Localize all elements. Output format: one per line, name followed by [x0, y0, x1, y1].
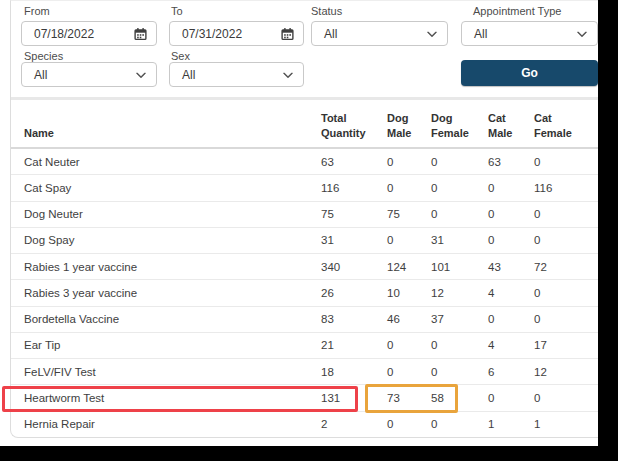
row-value-cell: 0 — [534, 287, 599, 299]
species-select[interactable]: All — [21, 62, 157, 87]
table-row: Dog Spay3103100 — [11, 228, 598, 254]
row-value-cell: 31 — [431, 234, 488, 246]
row-value-cell: 1 — [534, 418, 599, 430]
to-label: To — [171, 5, 183, 17]
status-select[interactable]: All — [311, 21, 448, 46]
appointment-type-label: Appointment Type — [473, 5, 561, 17]
chevron-down-icon — [427, 31, 437, 37]
calendar-icon[interactable] — [281, 27, 294, 40]
table-row: Rabies 1 year vaccine3401241014372 — [11, 254, 598, 280]
row-value-cell: 0 — [431, 156, 488, 168]
to-date-input[interactable]: 07/31/2022 — [169, 21, 304, 46]
row-value-cell: 21 — [321, 339, 387, 351]
sex-label: Sex — [171, 50, 190, 62]
row-value-cell: 72 — [534, 261, 599, 273]
row-name-cell: Rabies 1 year vaccine — [24, 261, 321, 273]
row-value-cell: 37 — [431, 313, 488, 325]
row-value-cell: 63 — [488, 156, 534, 168]
status-label: Status — [311, 5, 342, 17]
row-value-cell: 0 — [534, 156, 599, 168]
table-row: Rabies 3 year vaccine26101240 — [11, 280, 598, 306]
col-header-name: Name — [24, 126, 321, 140]
row-value-cell: 0 — [387, 234, 431, 246]
table-row: Heartworm Test131735800 — [11, 385, 598, 411]
row-value-cell: 124 — [387, 261, 431, 273]
row-value-cell: 17 — [534, 339, 599, 351]
row-value-cell: 31 — [321, 234, 387, 246]
row-value-cell: 12 — [431, 287, 488, 299]
table-row: FeLV/FIV Test1800612 — [11, 359, 598, 385]
row-value-cell: 0 — [488, 313, 534, 325]
from-date-input[interactable]: 07/18/2022 — [21, 21, 157, 46]
chevron-down-icon — [136, 72, 146, 78]
row-value-cell: 2 — [321, 418, 387, 430]
row-value-cell: 0 — [387, 418, 431, 430]
row-value-cell: 116 — [534, 182, 599, 194]
row-value-cell: 101 — [431, 261, 488, 273]
row-value-cell: 0 — [431, 418, 488, 430]
row-value-cell: 10 — [387, 287, 431, 299]
row-value-cell: 43 — [488, 261, 534, 273]
col-header-dog-female: Dog Female — [431, 111, 488, 140]
calendar-icon[interactable] — [134, 27, 147, 40]
row-value-cell: 4 — [488, 287, 534, 299]
row-value-cell: 340 — [321, 261, 387, 273]
table-row: Cat Neuter6300630 — [11, 149, 598, 175]
screenshot-stage: From To Status Appointment Type Species … — [0, 0, 618, 461]
row-value-cell: 63 — [321, 156, 387, 168]
row-value-cell: 4 — [488, 339, 534, 351]
row-value-cell: 0 — [431, 182, 488, 194]
table-row: Hernia Repair20011 — [11, 412, 598, 437]
row-name-cell: Ear Tip — [24, 339, 321, 351]
row-name-cell: Rabies 3 year vaccine — [24, 287, 321, 299]
row-value-cell: 131 — [321, 392, 387, 404]
report-card: From To Status Appointment Type Species … — [10, 0, 598, 438]
row-value-cell: 26 — [321, 287, 387, 299]
go-button[interactable]: Go — [461, 60, 598, 86]
report-page: From To Status Appointment Type Species … — [0, 0, 598, 446]
row-value-cell: 75 — [387, 208, 431, 220]
row-value-cell: 0 — [387, 366, 431, 378]
row-value-cell: 0 — [534, 313, 599, 325]
row-name-cell: Bordetella Vaccine — [24, 313, 321, 325]
sex-select[interactable]: All — [169, 62, 304, 87]
row-value-cell: 0 — [534, 234, 599, 246]
chevron-down-icon — [577, 31, 587, 37]
row-value-cell: 46 — [387, 313, 431, 325]
row-name-cell: Cat Spay — [24, 182, 321, 194]
table-row: Ear Tip2100417 — [11, 333, 598, 359]
row-value-cell: 18 — [321, 366, 387, 378]
row-value-cell: 12 — [534, 366, 599, 378]
row-value-cell: 83 — [321, 313, 387, 325]
row-value-cell: 58 — [431, 392, 488, 404]
row-value-cell: 0 — [534, 392, 599, 404]
chevron-down-icon — [283, 72, 293, 78]
table-row: Bordetella Vaccine83463700 — [11, 307, 598, 333]
col-header-cat-male: Cat Male — [488, 111, 534, 140]
appointment-type-select[interactable]: All — [461, 21, 598, 46]
row-value-cell: 0 — [488, 182, 534, 194]
row-value-cell: 0 — [431, 208, 488, 220]
table-body: Cat Neuter6300630Cat Spay116000116Dog Ne… — [11, 149, 598, 437]
row-name-cell: Heartworm Test — [24, 392, 321, 404]
row-name-cell: Cat Neuter — [24, 156, 321, 168]
row-value-cell: 0 — [431, 366, 488, 378]
row-value-cell: 0 — [387, 182, 431, 194]
row-value-cell: 73 — [387, 392, 431, 404]
from-label: From — [24, 5, 50, 17]
table-header: Name Total Quantity Dog Male Dog Female … — [11, 100, 598, 149]
row-value-cell: 1 — [488, 418, 534, 430]
row-value-cell: 0 — [534, 208, 599, 220]
row-value-cell: 6 — [488, 366, 534, 378]
table-row: Cat Spay116000116 — [11, 175, 598, 201]
row-value-cell: 116 — [321, 182, 387, 194]
row-name-cell: Dog Neuter — [24, 208, 321, 220]
row-name-cell: FeLV/FIV Test — [24, 366, 321, 378]
row-name-cell: Dog Spay — [24, 234, 321, 246]
row-name-cell: Hernia Repair — [24, 418, 321, 430]
row-value-cell: 0 — [488, 208, 534, 220]
row-value-cell: 0 — [387, 156, 431, 168]
row-value-cell: 0 — [488, 234, 534, 246]
row-value-cell: 75 — [321, 208, 387, 220]
row-value-cell: 0 — [387, 339, 431, 351]
